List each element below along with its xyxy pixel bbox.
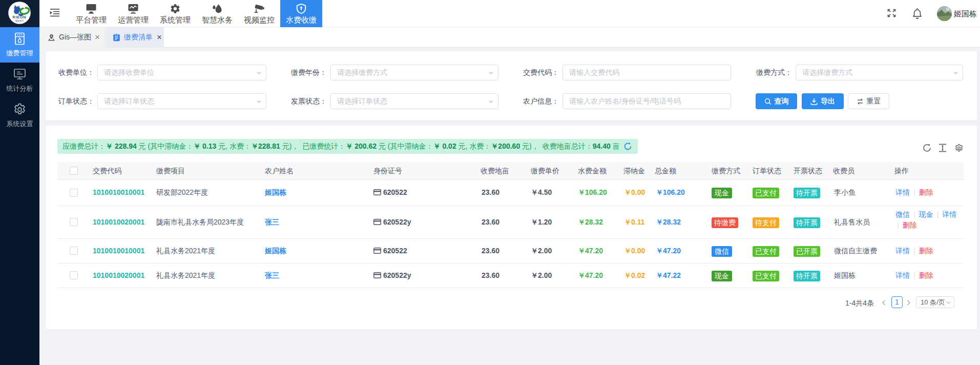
svg-text:瑞恩电气: 瑞恩电气 [14,19,24,22]
